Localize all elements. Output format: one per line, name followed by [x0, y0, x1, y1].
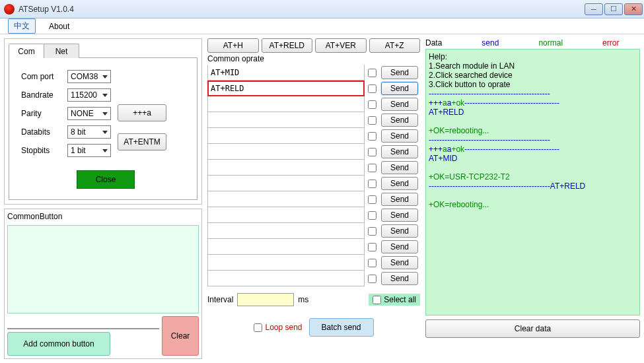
cmd-checkbox-12[interactable]	[368, 259, 376, 267]
cmd-row: AT+RELDSend	[207, 81, 420, 96]
parity-label: Parity	[21, 109, 63, 118]
app-window: ATSetup V1.0.4 ─ ☐ ✕ 中文 About Com Net	[0, 0, 644, 363]
cmd-input-9[interactable]	[207, 207, 365, 223]
send-button-2[interactable]: Send	[381, 98, 418, 111]
lang-button[interactable]: 中文	[8, 18, 36, 34]
loop-send-wrap[interactable]: Loop send	[254, 323, 302, 332]
cmd-row: Send	[207, 255, 420, 271]
stopbits-select[interactable]: 1 bit	[67, 144, 111, 157]
com-settings-panel: Com port COM38 Bandrate 115200 Parity NO…	[9, 57, 197, 200]
stopbits-label: Stopbits	[21, 146, 63, 155]
cmd-row: Send	[207, 160, 420, 176]
cmd-input-10[interactable]	[207, 223, 365, 239]
titlebar[interactable]: ATSetup V1.0.4 ─ ☐ ✕	[0, 0, 644, 18]
cmd-checkbox-7[interactable]	[368, 180, 376, 188]
legend-normal: normal	[538, 38, 563, 48]
cmd-checkbox-13[interactable]	[368, 275, 376, 283]
interval-label: Interval	[207, 295, 233, 304]
cmd-row: Send	[207, 176, 420, 191]
at-shortcut-3[interactable]: AT+Z	[369, 38, 421, 53]
cmd-input-3[interactable]	[207, 112, 365, 128]
cmd-checkbox-5[interactable]	[368, 148, 376, 156]
comport-select[interactable]: COM38	[67, 70, 111, 83]
cmd-input-12[interactable]	[207, 255, 365, 271]
send-button-8[interactable]: Send	[381, 193, 418, 206]
about-menu[interactable]: About	[44, 20, 75, 32]
at-shortcut-1[interactable]: AT+RELD	[262, 38, 313, 53]
tab-net[interactable]: Net	[44, 44, 79, 58]
cmd-row: Send	[207, 128, 420, 144]
tab-com[interactable]: Com	[9, 44, 44, 58]
cmd-row: Send	[207, 112, 420, 128]
baudrate-select[interactable]: 115200	[67, 88, 111, 102]
cmd-input-1[interactable]: AT+RELD	[207, 81, 365, 96]
cmd-checkbox-3[interactable]	[368, 116, 376, 125]
cmd-checkbox-8[interactable]	[368, 195, 376, 204]
legend-error: error	[602, 38, 619, 48]
send-button-4[interactable]: Send	[381, 129, 418, 143]
interval-input[interactable]	[237, 293, 294, 306]
cmd-checkbox-4[interactable]	[368, 132, 376, 141]
send-button-3[interactable]: Send	[381, 114, 418, 127]
send-button-5[interactable]: Send	[381, 145, 418, 158]
menubar: 中文 About	[0, 18, 644, 34]
cmd-input-2[interactable]	[207, 96, 365, 112]
window-title: ATSetup V1.0.4	[18, 5, 74, 14]
send-button-10[interactable]: Send	[381, 224, 418, 238]
cmd-row: Send	[207, 191, 420, 207]
clear-data-button[interactable]: Clear data	[425, 319, 640, 338]
clear-common-button[interactable]: Clear	[162, 316, 199, 356]
cmd-checkbox-6[interactable]	[368, 164, 376, 172]
send-button-1[interactable]: Send	[381, 82, 418, 95]
commonbutton-input[interactable]	[7, 328, 159, 329]
cmd-checkbox-9[interactable]	[368, 211, 376, 220]
cmd-input-0[interactable]: AT+MID	[207, 65, 365, 81]
cmd-input-11[interactable]	[207, 239, 365, 255]
comport-label: Com port	[21, 72, 63, 81]
minimize-button[interactable]: ─	[585, 3, 603, 15]
parity-select[interactable]: NONE	[67, 107, 111, 120]
send-button-6[interactable]: Send	[381, 161, 418, 174]
add-common-button[interactable]: Add common button	[7, 332, 110, 356]
select-all-wrap[interactable]: Select all	[369, 294, 420, 306]
common-operate-label: Common oprate	[207, 54, 420, 63]
at-shortcut-0[interactable]: AT+H	[207, 38, 259, 53]
databits-label: Databits	[21, 127, 63, 137]
legend-send: send	[482, 38, 499, 48]
select-all-checkbox[interactable]	[373, 296, 381, 304]
cmd-checkbox-0[interactable]	[368, 69, 376, 77]
cmd-row: Send	[207, 207, 420, 223]
interval-unit: ms	[298, 295, 308, 304]
cmd-row: Send	[207, 144, 420, 160]
cmd-row: Send	[207, 271, 420, 286]
plusplus-button[interactable]: +++a	[118, 104, 166, 121]
commonbutton-title: CommonButton	[7, 212, 199, 221]
send-button-12[interactable]: Send	[381, 256, 418, 269]
databits-select[interactable]: 8 bit	[67, 125, 111, 139]
send-button-7[interactable]: Send	[381, 177, 418, 190]
send-button-9[interactable]: Send	[381, 209, 418, 222]
cmd-checkbox-10[interactable]	[368, 227, 376, 236]
baudrate-label: Bandrate	[21, 90, 63, 100]
cmd-input-4[interactable]	[207, 128, 365, 144]
cmd-input-5[interactable]	[207, 144, 365, 160]
cmd-input-6[interactable]	[207, 160, 365, 176]
cmd-input-13[interactable]	[207, 271, 365, 286]
send-button-11[interactable]: Send	[381, 240, 418, 253]
send-button-0[interactable]: Send	[381, 66, 418, 79]
close-connection-button[interactable]: Close	[77, 170, 135, 189]
log-output[interactable]: Help: 1.Search module in LAN 2.Click sea…	[425, 49, 640, 315]
send-button-13[interactable]: Send	[381, 272, 418, 285]
batch-send-button[interactable]: Batch send	[309, 318, 374, 337]
close-window-button[interactable]: ✕	[624, 3, 643, 15]
cmd-input-7[interactable]	[207, 176, 365, 191]
loop-send-checkbox[interactable]	[254, 323, 262, 332]
cmd-input-8[interactable]	[207, 191, 365, 207]
cmd-checkbox-1[interactable]	[368, 84, 376, 93]
app-icon	[4, 4, 15, 15]
at-entm-button[interactable]: AT+ENTM	[118, 133, 166, 150]
cmd-checkbox-11[interactable]	[368, 243, 376, 251]
cmd-checkbox-2[interactable]	[368, 100, 376, 109]
at-shortcut-2[interactable]: AT+VER	[315, 38, 367, 53]
maximize-button[interactable]: ☐	[604, 3, 623, 15]
